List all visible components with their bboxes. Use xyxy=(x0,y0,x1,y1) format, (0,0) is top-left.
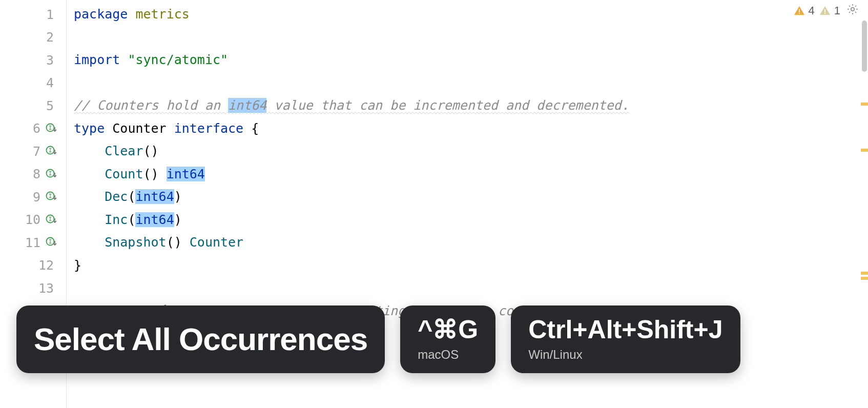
comment-text: // Counters hold an xyxy=(74,98,228,113)
shortcut-platform: macOS xyxy=(418,348,478,362)
selection-occurrence: int64 xyxy=(228,98,266,113)
code-line xyxy=(74,72,868,95)
warning-marker[interactable] xyxy=(861,103,868,106)
method-name: Clear xyxy=(105,144,143,158)
comment-text: value that can be incremented and decrem… xyxy=(266,98,629,113)
implemented-icon[interactable]: I xyxy=(46,191,57,202)
code-line: package metrics xyxy=(74,3,868,26)
shortcut-card-macos: ^⌘G macOS xyxy=(400,305,495,373)
svg-line-27 xyxy=(849,6,850,7)
method-name: Count xyxy=(105,167,143,181)
svg-rect-18 xyxy=(799,9,800,12)
line-number: 12 xyxy=(38,258,54,273)
code-line: } xyxy=(74,254,868,277)
line-number: 4 xyxy=(46,75,54,90)
svg-text:I: I xyxy=(49,238,52,245)
svg-point-22 xyxy=(851,8,854,11)
warning-icon xyxy=(793,5,805,17)
svg-rect-20 xyxy=(824,9,825,12)
warning-marker[interactable] xyxy=(861,277,868,280)
svg-text:I: I xyxy=(49,147,52,154)
code-line xyxy=(74,26,868,49)
line-number: 6 xyxy=(33,121,40,136)
line-number: 5 xyxy=(46,98,54,113)
warning-marker[interactable] xyxy=(861,272,868,275)
shortcut-platform: Win/Linux xyxy=(528,348,722,362)
code-line: Count() int64 xyxy=(74,163,868,186)
selection-occurrence: int64 xyxy=(135,189,174,204)
line-number: 3 xyxy=(46,53,54,68)
warning-marker[interactable] xyxy=(861,149,868,152)
warning-count: 4 xyxy=(809,4,815,17)
shortcut-keys: Ctrl+Alt+Shift+J xyxy=(528,317,722,342)
svg-line-29 xyxy=(849,12,850,13)
type-reference: Counter xyxy=(190,235,243,250)
method-name: Snapshot xyxy=(105,235,166,250)
line-number: 9 xyxy=(33,190,40,205)
tip-title: Select All Occurrences xyxy=(34,323,367,355)
error-stripe[interactable] xyxy=(861,0,868,408)
type-name: Counter xyxy=(112,121,166,136)
weak-warning-icon xyxy=(819,5,831,17)
code-line: // Counters hold an int64 value that can… xyxy=(74,94,868,117)
keyword-type: type xyxy=(74,121,105,136)
line-number: 10 xyxy=(25,212,40,227)
code-line: Clear() xyxy=(74,140,868,163)
svg-line-30 xyxy=(855,6,856,7)
svg-text:I: I xyxy=(49,193,52,199)
selection-occurrence: int64 xyxy=(167,167,205,181)
inspection-widget[interactable]: 4 1 xyxy=(793,3,859,18)
line-number: 7 xyxy=(33,144,40,159)
weak-warning-count: 1 xyxy=(834,4,840,17)
code-line: import "sync/atomic" xyxy=(74,49,868,72)
code-line: Inc(int64) xyxy=(74,209,868,232)
brace: { xyxy=(243,121,259,136)
code-line: Snapshot() Counter xyxy=(74,231,868,254)
method-name: Inc xyxy=(105,212,128,227)
package-name: metrics xyxy=(135,7,189,22)
keyword-import: import xyxy=(74,52,120,67)
shortcut-overlay: Select All Occurrences ^⌘G macOS Ctrl+Al… xyxy=(16,305,740,373)
line-number: 8 xyxy=(33,167,40,181)
line-number: 11 xyxy=(25,235,40,250)
line-number: 13 xyxy=(38,281,54,296)
shortcut-card-winlinux: Ctrl+Alt+Shift+J Win/Linux xyxy=(511,305,740,373)
method-name: Dec xyxy=(105,189,128,204)
scrollbar-thumb[interactable] xyxy=(862,21,867,72)
implemented-icon[interactable]: I xyxy=(46,169,57,180)
line-number: 2 xyxy=(46,30,54,45)
line-number: 1 xyxy=(46,7,54,22)
svg-rect-19 xyxy=(799,13,800,14)
selection-occurrence: int64 xyxy=(135,212,174,227)
keyword-package: package xyxy=(74,7,128,22)
code-line xyxy=(74,277,868,300)
implemented-icon[interactable]: I xyxy=(46,146,57,157)
keyword-interface: interface xyxy=(174,121,243,136)
implemented-icon[interactable]: I xyxy=(46,237,57,248)
tip-title-card: Select All Occurrences xyxy=(16,305,385,373)
implemented-icon[interactable]: I xyxy=(46,123,57,134)
code-line: Dec(int64) xyxy=(74,186,868,209)
implemented-icon[interactable]: I xyxy=(46,214,57,226)
svg-text:I: I xyxy=(49,170,52,177)
svg-line-28 xyxy=(855,12,856,13)
gear-icon[interactable] xyxy=(846,3,859,18)
svg-text:I: I xyxy=(49,125,52,131)
svg-text:I: I xyxy=(49,216,52,222)
shortcut-keys: ^⌘G xyxy=(418,317,478,342)
svg-rect-21 xyxy=(824,13,825,14)
import-path: "sync/atomic" xyxy=(128,52,228,67)
brace: } xyxy=(74,258,81,273)
code-line: type Counter interface { xyxy=(74,117,868,140)
